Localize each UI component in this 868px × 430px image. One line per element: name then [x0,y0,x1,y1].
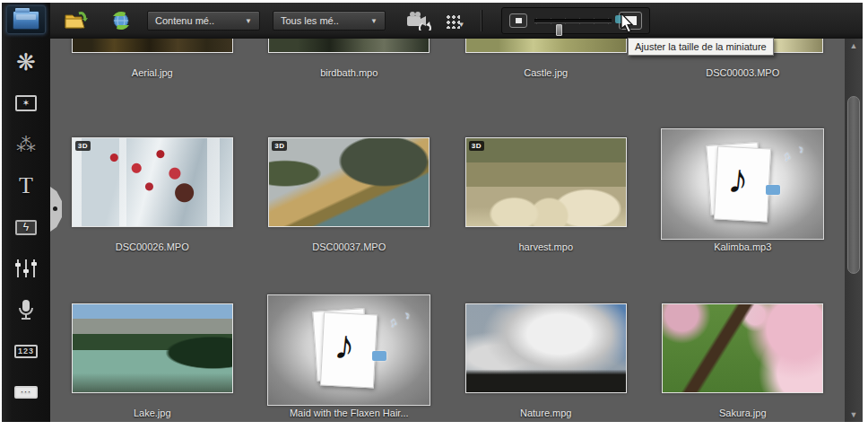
sidebar-item-voiceover-room[interactable] [10,296,42,323]
media-filename: Lake.jpg [54,408,251,418]
media-filename: DSC00026.MPO [54,241,251,252]
3d-badge: 3D [75,141,91,151]
download-globe-icon [110,10,132,31]
media-item[interactable]: ♪♫ ♪ Sakura.jpg [645,294,842,422]
chevron-down-icon: ▼ [245,17,252,25]
media-filter-dropdown[interactable]: Tous les mé.. ▼ [273,11,386,31]
thumbnail-size-slider[interactable] [534,14,612,27]
media-item[interactable]: ♪♫ ♪ Aerial.jpg [54,39,251,89]
thumbnail-image: ♪♫ ♪ [267,294,430,406]
sidebar-item-chapter-room[interactable]: 123 [10,338,42,364]
thumbnail-image: ♪♫ ♪ [662,303,823,393]
rooms-sidebar: ❋ ✶ ⁂ T ϟ 123 ··· [2,3,50,422]
media-item[interactable]: ♪♫ ♪ Lake.jpg [54,294,251,422]
thumbnail-image: 3D ♪♫ ♪ [465,137,627,227]
media-item[interactable]: 3D ♪♫ ♪ DSC00026.MPO [54,128,251,263]
sidebar-item-title-room[interactable]: T [10,172,42,199]
toolbar-divider [481,10,482,31]
import-folder-icon [65,12,88,30]
media-library-window: ❋ ✶ ⁂ T ϟ 123 ··· [2,3,863,422]
media-library-grid: ♪♫ ♪ Aerial.jpg ♪♫ ♪ birdbath.mpo ♪♫ ♪ C… [50,39,845,422]
vertical-scrollbar[interactable]: ▲ ▼ [845,39,863,422]
media-filename: birdbath.mpo [251,67,448,78]
thumbnail-image: ♪♫ ♪ [661,128,824,240]
media-filename: DSC00037.MPO [251,241,448,252]
thumbnail-size-group [501,7,650,34]
media-filename: DSC00003.MPO [645,67,842,78]
media-item[interactable]: ♪♫ ♪ Castle.jpg [447,39,645,89]
thumbnail-larger-button[interactable] [619,12,642,30]
thumbnail-smaller-button[interactable] [509,13,527,28]
media-filename: Nature.mpg [447,408,645,418]
transition-icon: ϟ [15,220,37,235]
slider-thumb[interactable] [556,24,562,36]
scroll-down-icon[interactable]: ▼ [850,408,858,422]
media-filename: Castle.jpg [447,67,645,78]
media-item[interactable]: 3D ♪♫ ♪ harvest.mpo [447,128,645,263]
small-thumbnail-icon [516,18,522,23]
media-item[interactable]: ♪♫ ♪ Nature.mpg [447,294,645,422]
sidebar-item-transition-room[interactable]: ϟ [10,214,42,241]
music-note-icon: ♪♫ ♪ [662,129,823,239]
tooltip: Ajuster la taille de la miniature [628,38,774,56]
audio-mixer-icon [14,259,38,278]
media-filename: Aerial.jpg [54,67,251,78]
pip-object-icon: ✶ [15,95,37,111]
media-filter-value: Tous les mé.. [281,15,339,26]
scroll-up-icon[interactable]: ▲ [850,39,858,53]
library-row: ♪♫ ♪ Lake.jpg ♪♫ ♪ Maid with the Flaxen … [54,294,841,422]
media-filename: harvest.mpo [447,241,645,252]
media-item[interactable]: 3D ♪♫ ♪ DSC00037.MPO [251,128,448,263]
sidebar-item-subtitle-room[interactable]: ··· [10,379,42,406]
title-room-icon: T [19,172,33,199]
media-room-icon [13,11,39,30]
media-item[interactable]: ♪♫ ♪ Maid with the Flaxen Hair... [251,294,448,422]
sidebar-item-audio-mixing-room[interactable] [10,255,42,282]
thumbnail-image: ♪♫ ♪ [268,39,430,53]
thumbnail-image: 3D ♪♫ ♪ [268,137,430,227]
thumbnail-image: ♪♫ ♪ [465,39,627,53]
3d-badge: 3D [469,141,484,151]
thumbnail-image: ♪♫ ♪ [72,303,233,393]
thumbnail-image: 3D ♪♫ ♪ [72,137,233,227]
slider-track [534,19,612,23]
particle-icon: ⁂ [16,133,36,156]
download-media-button[interactable] [108,9,135,32]
thumbnail-image: ♪♫ ♪ [465,303,627,393]
library-row: 3D ♪♫ ♪ DSC00026.MPO 3D ♪♫ ♪ DSC00037.MP… [54,128,841,263]
scrollbar-track[interactable] [845,53,863,408]
sidebar-item-media-room[interactable] [6,5,46,34]
sidebar-item-effects-room[interactable]: ❋ [10,48,42,75]
thumbnail-image: ♪♫ ♪ [72,39,233,53]
chevron-down-icon: ▼ [458,21,465,29]
library-toolbar: Contenu mé.. ▼ Tous les mé.. ▼ ▼ [50,3,863,39]
sidebar-item-particle-room[interactable]: ⁂ [10,131,42,158]
content-type-value: Contenu mé.. [155,15,214,26]
sidebar-item-pip-objects-room[interactable]: ✶ [10,90,42,117]
chevron-down-icon: ▼ [370,17,378,25]
subtitle-icon: ··· [14,386,38,399]
media-filename: Maid with the Flaxen Hair... [251,408,448,418]
library-menu-button[interactable]: ▼ [441,9,468,32]
camcorder-icon [406,11,431,31]
3d-camcorder-button[interactable] [405,9,432,32]
media-filename: Kalimba.mp3 [645,241,842,252]
large-thumbnail-icon [625,16,637,25]
chapter-icon: 123 [14,345,38,358]
scrollbar-thumb[interactable] [847,96,860,274]
3d-badge: 3D [272,141,287,151]
import-media-button[interactable] [63,9,90,32]
media-filename: Sakura.jpg [645,408,842,418]
media-item[interactable]: ♪♫ ♪ birdbath.mpo [251,39,448,89]
content-type-dropdown[interactable]: Contenu mé.. ▼ [147,11,260,31]
music-note-icon: ♪♫ ♪ [268,295,430,405]
microphone-icon [18,299,34,320]
effects-icon: ❋ [16,48,36,76]
media-item[interactable]: ♪♫ ♪ Kalimba.mp3 [645,128,842,263]
